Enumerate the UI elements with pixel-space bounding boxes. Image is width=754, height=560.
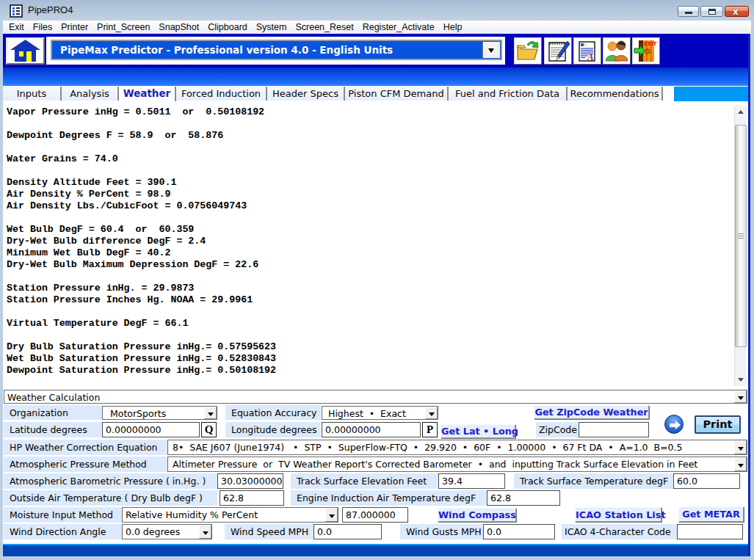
scroll-up-button[interactable] (735, 106, 747, 119)
minimize-icon (685, 12, 692, 14)
weather-panel: Vapor Pressure inHg = 0.5011 or 0.501081… (3, 101, 748, 544)
menu-register-activate[interactable]: Register_Activate (358, 22, 439, 32)
moisture-method-value: Relative Humidity % PerCent (126, 509, 258, 520)
zipcode-input[interactable] (579, 422, 649, 437)
minimize-button[interactable] (678, 6, 699, 17)
track-elevation-input[interactable]: 39.4 (438, 473, 505, 489)
users-icon (604, 39, 629, 63)
tab-fuel-and-friction-data[interactable]: Fuel and Friction Data (449, 87, 568, 101)
equation-accuracy-value: Highest • Exact (328, 408, 406, 419)
tab-forced-induction[interactable]: Forced Induction (176, 87, 267, 101)
chevron-down-icon[interactable] (325, 508, 338, 522)
tab-weather[interactable]: Weather (119, 87, 176, 101)
restore-icon (708, 9, 716, 15)
barometric-pressure-input[interactable]: 30.03000000 (217, 473, 283, 489)
scroll-down-button[interactable] (735, 373, 747, 386)
menu-screen-reset[interactable]: Screen_Reset (291, 22, 358, 32)
hp-equation-select[interactable]: 8• SAE J607 (June1974) • STP • SuperFlow… (167, 440, 747, 455)
tab-strip-filler (674, 87, 748, 101)
humidity-input[interactable]: 87.000000 (342, 507, 408, 523)
equation-accuracy-label: Equation Accuracy (225, 405, 321, 420)
calculation-selector[interactable]: Weather Calculation (4, 390, 747, 404)
open-file-button[interactable] (514, 37, 542, 65)
chevron-down-icon[interactable] (425, 407, 438, 419)
organization-select[interactable]: MotorSports (102, 406, 217, 420)
menu-files[interactable]: Files (29, 22, 57, 32)
tab-recommendations[interactable]: Recommendations (568, 87, 663, 101)
pressure-method-select[interactable]: Altimeter Pressure or TV Weather Report'… (167, 457, 747, 472)
chevron-down-icon[interactable] (199, 525, 211, 539)
tab-analysis[interactable]: Analysis (62, 87, 119, 101)
program-selector-value: PipeMax Predictor - Professional version… (60, 44, 393, 56)
tab-inputs[interactable]: Inputs (3, 87, 62, 101)
menu-system[interactable]: System (252, 22, 291, 32)
menu-clipboard[interactable]: Clipboard (203, 22, 252, 32)
exit-program-button[interactable]: EXIT (632, 37, 660, 65)
menu-print-screen[interactable]: Print_Screen (93, 22, 154, 32)
track-temperature-input[interactable]: 60.0 (673, 473, 740, 489)
get-metar-button[interactable]: Get METAR (678, 506, 744, 522)
restore-button[interactable] (700, 6, 723, 17)
app-icon (10, 4, 23, 18)
longitude-label: Longitude degrees (225, 422, 321, 437)
outside-air-temp-label: Outside Air Temperature ( Dry Bulb degF … (4, 490, 217, 506)
track-elevation-label: Track Surface Elevation Feet (291, 473, 438, 489)
latitude-q-button[interactable]: Q (201, 422, 217, 437)
latitude-input[interactable]: 0.00000000 (102, 422, 200, 437)
scrollbar-thumb[interactable] (735, 125, 747, 347)
organization-value: MotorSports (110, 408, 166, 419)
print-button[interactable]: Print (695, 415, 741, 434)
chevron-down-icon[interactable] (204, 407, 217, 419)
tab-strip: Inputs Analysis Weather Forced Induction… (3, 86, 748, 101)
close-button[interactable]: x (725, 6, 749, 17)
scrollbar-grip-icon (738, 233, 744, 239)
users-button[interactable] (603, 37, 631, 65)
program-selector[interactable]: PipeMax Predictor - Professional version… (51, 40, 502, 60)
tab-piston-cfm-demand[interactable]: Piston CFM Demand (345, 87, 449, 101)
client-right-border (748, 34, 750, 556)
icao-code-input[interactable] (677, 524, 743, 539)
chevron-down-icon[interactable] (734, 457, 747, 471)
scroll-up-icon (738, 110, 744, 114)
go-button[interactable] (664, 415, 684, 434)
hp-equation-value: 8• SAE J607 (June1974) • STP • SuperFlow… (173, 442, 682, 453)
menu-exit[interactable]: Exit (4, 22, 29, 32)
pressure-method-value: Altimeter Pressure or TV Weather Report'… (173, 459, 697, 470)
tab-header-specs[interactable]: Header Specs (267, 87, 345, 101)
menu-snapshot[interactable]: SnapShot (154, 22, 203, 32)
chevron-down-icon[interactable] (734, 390, 747, 403)
notepad-pen-icon (545, 39, 570, 63)
wind-speed-input[interactable]: 0.0 (313, 524, 382, 539)
wind-direction-select[interactable]: 0.0 degrees (122, 524, 212, 539)
track-temperature-label: Track Surface Temperature degF (514, 473, 673, 489)
results-scrollbar[interactable] (734, 106, 746, 386)
longitude-p-button[interactable]: P (422, 422, 438, 437)
open-file-icon (515, 39, 540, 63)
induction-air-temp-label: Engine Induction Air Temperature degF (291, 490, 487, 506)
get-zipcode-weather-button[interactable]: Get ZipCode Weather (534, 405, 649, 419)
longitude-input[interactable]: 0.00000000 (322, 422, 421, 437)
icao-station-list-button[interactable]: ICAO Station List (575, 507, 661, 522)
pipepro4-window: PipePRO4 x Exit Files Printer Print_Scre… (0, 0, 754, 560)
home-icon (7, 39, 43, 63)
weather-results-text[interactable]: Vapor Pressure inHg = 0.5011 or 0.501081… (7, 106, 276, 377)
chevron-down-icon[interactable] (482, 42, 500, 58)
zipcode-label: ZipCode (536, 422, 579, 437)
print-setup-button[interactable]: A (573, 37, 601, 65)
induction-air-temp-input[interactable]: 62.8 (487, 490, 560, 506)
moisture-method-select[interactable]: Relative Humidity % PerCent (122, 507, 338, 523)
chevron-down-icon[interactable] (734, 440, 747, 454)
home-button[interactable] (6, 37, 45, 65)
menu-printer[interactable]: Printer (57, 22, 93, 32)
notepad-button[interactable] (544, 37, 572, 65)
equation-accuracy-select[interactable]: Highest • Exact (322, 406, 438, 420)
wind-gusts-input[interactable]: 0.0 (483, 524, 555, 539)
wind-compass-button[interactable]: Wind Compass (438, 508, 516, 522)
outside-air-temp-input[interactable]: 62.8 (220, 490, 284, 506)
get-lat-long-button[interactable]: Get Lat • Long (441, 424, 515, 438)
menu-bar: Exit Files Printer Print_Screen SnapShot… (3, 21, 751, 34)
organization-label: Organization (4, 405, 102, 420)
menu-help[interactable]: Help (439, 22, 467, 32)
barometric-pressure-label: Atmospheric Barometric Pressure ( in.Hg.… (4, 473, 217, 489)
wind-direction-value: 0.0 degrees (126, 526, 180, 537)
